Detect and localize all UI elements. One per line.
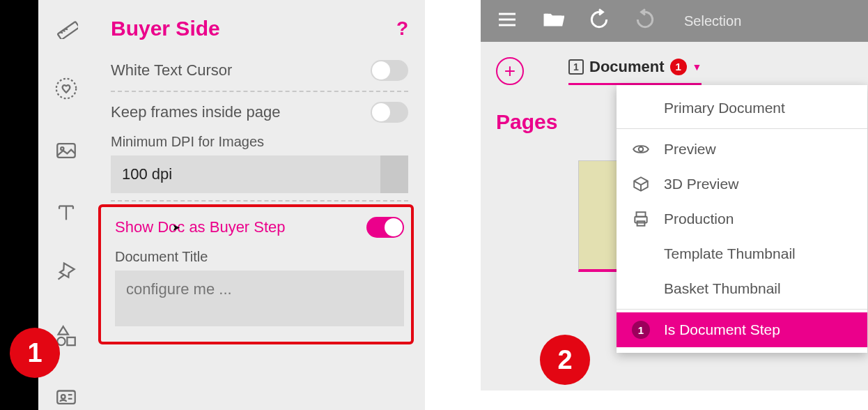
dd-label: Template Thumbnail [664, 245, 796, 262]
keep-frames-row: Keep frames inside page [97, 92, 415, 132]
redo-icon[interactable] [634, 8, 656, 33]
blank-icon [632, 280, 650, 298]
heart-badge-icon[interactable] [52, 75, 80, 102]
caret-down-icon[interactable]: ▼ [692, 61, 702, 73]
selection-label: Selection [684, 13, 741, 29]
dd-label: Basket Thumbnail [664, 280, 781, 297]
white-text-cursor-toggle[interactable] [371, 60, 408, 81]
settings-panel: Buyer Side ? White Text Cursor Keep fram… [94, 0, 425, 410]
right-panel-group: Selection + 1 Document 1 ▼ Pages Primary… [481, 0, 868, 390]
blank-icon [632, 99, 650, 117]
document-title-label: Document Title [101, 248, 411, 271]
hamburger-icon[interactable] [496, 8, 518, 33]
panel-title: Buyer Side [111, 17, 220, 40]
dd-preview[interactable]: Preview [617, 132, 867, 167]
dd-label: Is Document Step [664, 321, 780, 338]
left-panel-group: Buyer Side ? White Text Cursor Keep fram… [0, 0, 425, 410]
doc-title: Document [589, 58, 665, 76]
svg-point-15 [61, 395, 65, 399]
image-icon[interactable] [52, 137, 80, 164]
keep-frames-label: Keep frames inside page [111, 103, 280, 121]
dropdown-separator [617, 128, 867, 129]
svg-rect-25 [637, 221, 645, 226]
dd-is-document-step[interactable]: 1 Is Document Step [617, 312, 867, 347]
svg-rect-14 [57, 390, 75, 403]
white-text-cursor-row: White Text Cursor [97, 50, 415, 91]
blank-icon [632, 245, 650, 263]
separator [111, 200, 408, 202]
min-dpi-input[interactable] [111, 155, 408, 193]
undo-icon[interactable] [588, 8, 610, 33]
cube-icon [632, 175, 650, 193]
text-icon[interactable] [52, 199, 80, 225]
dd-basket-thumbnail[interactable]: Basket Thumbnail [617, 271, 867, 306]
pin-icon[interactable] [52, 260, 80, 287]
dd-3d-preview[interactable]: 3D Preview [617, 167, 867, 202]
svg-point-21 [639, 147, 644, 152]
white-text-cursor-label: White Text Cursor [111, 61, 232, 79]
keep-frames-toggle[interactable] [371, 102, 408, 123]
show-doc-label: Show Doc as Buyer Step [115, 218, 286, 236]
dd-template-thumbnail[interactable]: Template Thumbnail [617, 236, 867, 271]
printer-icon [632, 210, 650, 228]
svg-rect-23 [637, 212, 646, 217]
show-doc-toggle[interactable] [366, 217, 404, 238]
svg-point-4 [56, 79, 76, 98]
id-card-icon[interactable] [52, 384, 80, 410]
document-tab[interactable]: 1 Document 1 ▼ [568, 58, 702, 85]
document-title-input[interactable] [115, 271, 404, 326]
ruler-icon[interactable] [52, 14, 80, 40]
help-icon[interactable]: ? [396, 17, 408, 40]
show-doc-row: Show Doc as Buyer Step [101, 207, 411, 248]
annotation-mini-badge-1: 1 [670, 59, 687, 75]
folder-open-icon[interactable] [542, 8, 564, 33]
dd-label: 3D Preview [664, 176, 738, 192]
topbar: Selection [481, 0, 868, 42]
svg-rect-0 [58, 22, 78, 39]
add-document-button[interactable]: + [496, 57, 524, 85]
dropdown-separator [617, 309, 867, 310]
dd-label: Preview [664, 141, 716, 158]
eye-icon [632, 140, 650, 158]
min-dpi-label: Minimum DPI for Images [97, 132, 415, 155]
dd-label: Primary Document [664, 100, 785, 116]
selected-num-icon: 1 [632, 321, 650, 339]
panel-header: Buyer Side ? [97, 13, 415, 50]
annotation-badge-1: 1 [10, 328, 60, 378]
dd-production[interactable]: Production [617, 202, 867, 236]
svg-rect-13 [67, 337, 75, 344]
annotation-badge-2: 2 [540, 335, 590, 385]
dd-primary-document[interactable]: Primary Document [617, 91, 867, 126]
document-dropdown: Primary Document Preview 3D Preview Prod… [617, 85, 867, 353]
dd-label: Production [664, 211, 734, 227]
doc-number-badge: 1 [568, 59, 584, 75]
show-doc-highlight: Show Doc as Buyer Step Document Title [98, 204, 414, 344]
